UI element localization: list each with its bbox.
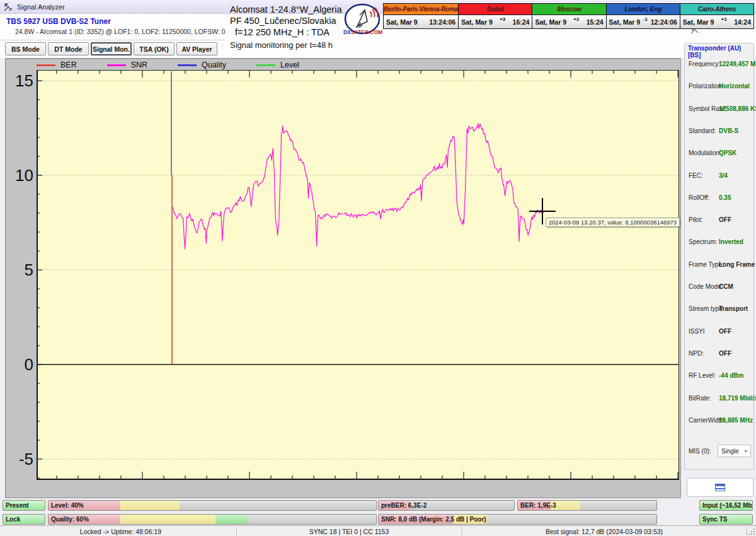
mis-label: MIS (0): xyxy=(689,448,711,455)
field-value: OFF xyxy=(719,216,731,223)
tab-signal-mon-[interactable]: Signal Mon. xyxy=(91,42,132,55)
field-label: Spectrum: xyxy=(689,238,718,245)
meter-sync-ts: Sync TS xyxy=(699,514,753,525)
resize-grip[interactable] xyxy=(748,528,755,535)
legend-label-level: Level xyxy=(280,61,299,69)
field-value: Inverted xyxy=(719,238,743,245)
ts-window-icon xyxy=(715,484,725,491)
meter-row-2: LockQuality: 60%SNR: 8,0 dB (Margin: 2,5… xyxy=(0,514,756,525)
meter-ber: BER: 1,9E-3 xyxy=(517,500,657,511)
chart-legend: BERSNRQualityLevel xyxy=(37,60,329,70)
signal-chart[interactable]: BERSNRQualityLevel 2024-03-09 13.20.37, … xyxy=(5,58,681,498)
clock-berlin-paris-vienna-roma: Berlin-Paris-Vienna-RomaSat, Mar 913:24:… xyxy=(384,4,459,28)
meter-quality: Quality: 60% xyxy=(48,514,377,525)
world-clocks: Berlin-Paris-Vienna-RomaSat, Mar 913:24:… xyxy=(383,3,754,29)
field-value: DVB-S xyxy=(719,127,738,134)
field-value: OFF xyxy=(719,350,731,357)
field-value: -44 dBm xyxy=(719,372,743,379)
field-value: 18,719 Mbit/s xyxy=(719,395,756,402)
status-best-signal: Best signal: 12,7 dB (2024-03-09 03:53) xyxy=(462,526,747,536)
field-value: Horizontal xyxy=(719,83,750,90)
field-value: QPSK xyxy=(719,149,736,156)
clock-city: London, Eng xyxy=(607,4,680,15)
field-label: Pilot: xyxy=(689,216,702,223)
clock-city: Berlin-Paris-Vienna-Roma xyxy=(384,4,458,15)
y-axis-label-0: 0 xyxy=(8,356,33,373)
transponder-row-stream-type-: Stream type:Transport xyxy=(685,305,755,315)
chart-plot-area[interactable] xyxy=(37,70,679,480)
chevron-down-icon xyxy=(744,450,748,453)
clock-cairo-athens: Cairo-AthensSat, Mar 9+114:24 xyxy=(680,4,753,28)
transponder-row-frequency-: Frequency:12249,457 MHz xyxy=(685,61,755,71)
legend-label-ber: BER xyxy=(60,61,77,69)
meter-level: Level: 40% xyxy=(48,500,377,511)
meter-segment-yellow xyxy=(120,515,215,524)
transponder-row-rf-level-: RF Level:-44 dBm xyxy=(685,372,755,382)
legend-swatch-snr xyxy=(107,64,126,66)
meter-input-16-52-mbps-: Input (~16,52 Mbps) xyxy=(699,500,753,511)
target-site: PF 450_Lučenec/Slovakia xyxy=(230,15,356,26)
status-divider xyxy=(747,527,747,535)
tuner-name: TBS 5927 USB DVB-S2 Tuner xyxy=(6,17,111,26)
transponder-row-rolloff-: RollOff:0.35 xyxy=(685,194,755,204)
monitoring-label: Signal monitoring per t=48 h xyxy=(230,40,333,50)
crosshair-cursor-v xyxy=(542,198,543,224)
app-icon xyxy=(4,3,13,11)
field-label: RF Level: xyxy=(689,372,716,379)
y-axis-label-5: 5 xyxy=(8,262,33,278)
field-value: 12249,457 MHz xyxy=(719,61,756,67)
target-info: Alcomsat 1-24.8°W_Algeria PF 450_Lučenec… xyxy=(230,4,356,38)
field-label: Polarization: xyxy=(689,83,723,90)
field-label: Frequency: xyxy=(689,61,720,67)
meter-preber: preBER: 6,3E-2 xyxy=(378,500,515,511)
transponder-row-pilot-: Pilot:OFF xyxy=(685,216,755,226)
field-value: 3/4 xyxy=(719,172,728,179)
legend-label-quality: Quality xyxy=(202,61,226,69)
clock-dubai: DubaiSat, Mar 9+316:24 xyxy=(459,4,532,28)
field-label: Standard: xyxy=(689,127,716,134)
legend-label-snr: SNR xyxy=(131,61,147,69)
field-label: FEC: xyxy=(689,172,703,179)
ts-record-button[interactable] xyxy=(687,478,753,497)
legend-swatch-quality xyxy=(178,64,197,66)
meter-label: Present xyxy=(6,501,29,510)
field-label: BitRate: xyxy=(689,395,711,402)
transponder-row-code-mode-: Code Mode:CCM xyxy=(685,283,755,293)
meter-label: BER: 1,9E-3 xyxy=(520,501,556,510)
field-label: ISSYI xyxy=(689,328,705,335)
window-title: Signal Analyzer xyxy=(17,3,65,11)
field-label: Code Mode: xyxy=(689,283,723,290)
tab-dt-mode[interactable]: DT Mode xyxy=(48,42,89,55)
chart-svg xyxy=(37,70,679,480)
tab-av-player[interactable]: AV Player xyxy=(176,42,217,55)
status-sync: SYNC 18 | TEI 0 | CC 1153 xyxy=(236,526,462,536)
transponder-panel: Transponder (AU) [BS] MIS (0): Single Fr… xyxy=(684,43,754,470)
meter-label: Input (~16,52 Mbps) xyxy=(702,501,753,510)
meter-label: SNR: 8,0 dB (Margin: 2,5 dB | Poor) xyxy=(381,515,486,524)
clock-time: Sat, Mar 9+215:24 xyxy=(532,15,605,28)
clock-time: Sat, Mar 9+114:24 xyxy=(680,15,753,28)
clock-moscow: MoscowSat, Mar 9+215:24 xyxy=(532,4,606,28)
field-value: CCM xyxy=(719,283,733,290)
transponder-row-bitrate-: BitRate:18,719 Mbit/s xyxy=(685,395,755,405)
clock-time: Sat, Mar 9+316:24 xyxy=(459,15,532,28)
tab-tsa-ok-[interactable]: TSA (OK) xyxy=(134,42,175,55)
y-axis-label-10: 10 xyxy=(8,167,33,184)
meter-label: Quality: 60% xyxy=(51,515,89,524)
dxsatcs-logo: DXSATCS.COM xyxy=(343,3,382,39)
meter-label: Sync TS xyxy=(702,515,727,524)
meter-present: Present xyxy=(3,500,45,511)
y-axis-label--5: -5 xyxy=(8,451,33,467)
transponder-panel-title: Transponder (AU) [BS] xyxy=(688,45,753,59)
field-label: Modulation: xyxy=(689,149,721,156)
mis-dropdown[interactable]: Single xyxy=(718,445,751,457)
tab-bs-mode[interactable]: BS Mode xyxy=(5,42,46,55)
meter-label: Level: 40% xyxy=(51,501,84,510)
field-value: 16,885 MHz xyxy=(719,417,753,424)
transponder-row-fec-: FEC:3/4 xyxy=(685,172,755,182)
legend-swatch-level xyxy=(256,64,275,66)
transponder-row-frame-type-: Frame Type:Long Frame xyxy=(685,261,755,271)
mode-tabs: BS ModeDT ModeSignal Mon.TSA (OK)AV Play… xyxy=(5,42,217,55)
field-value: OFF xyxy=(719,328,731,335)
svg-text:DXSATCS.COM: DXSATCS.COM xyxy=(343,29,382,35)
